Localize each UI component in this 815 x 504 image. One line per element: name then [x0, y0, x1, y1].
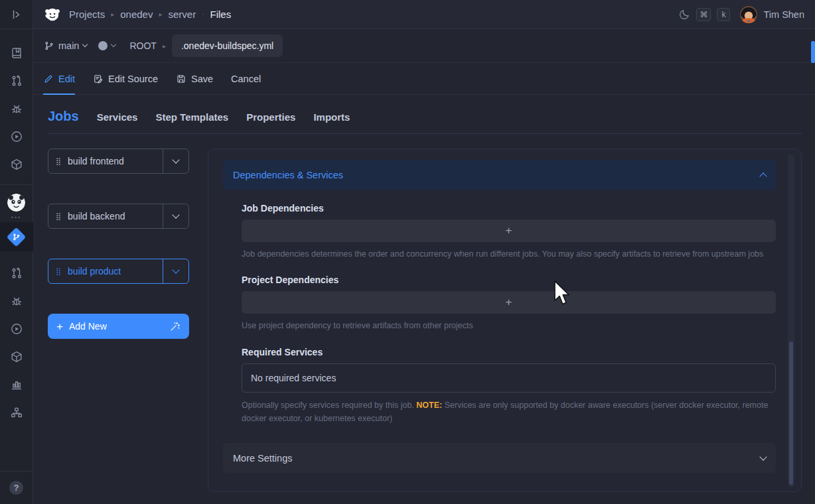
edit-source-icon: [93, 74, 104, 84]
breadcrumb-separator-icon: ▸: [159, 11, 162, 18]
play-circle-icon[interactable]: [9, 129, 24, 144]
hierarchy-icon[interactable]: [9, 405, 24, 420]
project-avatar[interactable]: [7, 194, 25, 212]
required-services-label: Required Services: [242, 347, 776, 357]
chevron-down-icon: [172, 211, 179, 218]
chevron-down-icon: [111, 42, 116, 47]
pull-request-icon[interactable]: [9, 74, 24, 88]
chevron-up-icon[interactable]: [759, 172, 767, 180]
job-dropdown-button[interactable]: [163, 149, 188, 173]
drag-handle-icon[interactable]: ⣿: [56, 212, 61, 221]
edge-scroll-indicator: [811, 41, 815, 63]
job-item-build-backend[interactable]: ⣿ build backend: [48, 204, 189, 229]
editor-action-bar: Edit Edit Source Save Cancel: [33, 63, 815, 95]
user-avatar[interactable]: [740, 6, 757, 23]
package-icon[interactable]: [9, 157, 24, 172]
stats-chart-icon[interactable]: [9, 377, 24, 392]
project-builds-icon[interactable]: [9, 322, 24, 336]
dependencies-services-section-header[interactable]: Dependencies & Services: [223, 160, 776, 190]
help-glyph: ?: [14, 483, 19, 493]
edit-source-tab[interactable]: Edit Source: [93, 63, 158, 94]
shortcut-cmd-key[interactable]: ⌘: [696, 8, 711, 21]
job-dependencies-label: Job Dependencies: [242, 203, 776, 214]
code-branch-icon: [7, 227, 27, 247]
save-icon: [176, 74, 186, 84]
job-dependencies-help: Job dependencies determines the order an…: [242, 247, 776, 261]
path-arrow-icon: ▸: [163, 42, 166, 50]
job-item-build-product[interactable]: ⣿ build product: [48, 259, 189, 284]
breadcrumb-separator-icon: ▸: [111, 11, 114, 18]
root-path-link[interactable]: ROOT: [129, 40, 156, 51]
docs-book-icon[interactable]: [9, 46, 24, 60]
job-dropdown-button[interactable]: [163, 259, 188, 283]
drag-handle-icon[interactable]: ⣿: [56, 267, 61, 276]
breadcrumb: Projects ▸ onedev ▸ server · Files: [69, 9, 231, 20]
chevron-down-icon[interactable]: [759, 453, 767, 460]
expand-sidebar-icon[interactable]: [9, 7, 24, 22]
required-services-help: Optionally specify services required by …: [242, 399, 776, 426]
cancel-button-label: Cancel: [231, 74, 261, 84]
required-services-input[interactable]: No required services: [242, 363, 776, 393]
file-name-input[interactable]: .onedev-buildspec.yml: [172, 34, 283, 57]
cancel-button[interactable]: Cancel: [231, 63, 261, 94]
save-button[interactable]: Save: [176, 63, 213, 94]
add-job-dependency-button[interactable]: +: [242, 220, 776, 242]
shortcut-k-key[interactable]: k: [717, 8, 730, 21]
tab-jobs[interactable]: Jobs: [48, 109, 79, 124]
nav-item-code-active[interactable]: [0, 222, 33, 251]
project-bug-icon[interactable]: [9, 294, 24, 308]
job-dropdown-button[interactable]: [163, 204, 188, 228]
note-label: NOTE:: [416, 401, 442, 410]
user-name[interactable]: Tim Shen: [763, 9, 804, 20]
drag-handle-icon[interactable]: ⣿: [56, 157, 61, 166]
breadcrumb-projects[interactable]: Projects: [69, 9, 105, 20]
tab-properties[interactable]: Properties: [246, 111, 295, 123]
help-icon[interactable]: ?: [9, 481, 23, 495]
job-name: build backend: [68, 211, 125, 221]
more-settings-section-header[interactable]: More Settings: [223, 443, 776, 473]
top-header-bar: Projects ▸ onedev ▸ server · Files ⌘ k T…: [33, 0, 815, 29]
overflow-dots-icon[interactable]: •••: [11, 214, 21, 221]
pencil-icon: [43, 74, 54, 84]
branch-selector[interactable]: main: [44, 40, 87, 51]
add-project-dependency-button[interactable]: +: [242, 291, 776, 314]
bug-icon[interactable]: [9, 101, 24, 116]
chevron-down-icon: [82, 42, 88, 47]
job-dependencies-field: Job Dependencies + Job dependencies dete…: [242, 203, 776, 261]
job-name: build frontend: [68, 156, 124, 166]
project-packages-icon[interactable]: [9, 349, 24, 364]
buildspec-tabs: Jobs Services Step Templates Properties …: [48, 95, 802, 134]
job-settings-card: Dependencies & Services Job Dependencies…: [208, 149, 802, 492]
magic-wand-icon[interactable]: [169, 321, 181, 332]
tab-imports[interactable]: Imports: [313, 111, 350, 123]
project-dependencies-label: Project Dependencies: [242, 275, 776, 285]
job-list: ⣿ build frontend ⣿ build backend ⣿ build…: [48, 149, 189, 492]
card-scrollbar-thumb[interactable]: [789, 342, 793, 485]
state-dot-icon: [98, 41, 108, 50]
card-scrollbar-track[interactable]: [788, 155, 794, 487]
more-settings-label: More Settings: [233, 453, 292, 464]
add-new-job-button[interactable]: + Add New: [48, 314, 189, 339]
job-item-build-frontend[interactable]: ⣿ build frontend: [48, 149, 189, 174]
required-services-value: No required services: [251, 373, 336, 383]
commit-state-selector[interactable]: [98, 41, 115, 50]
dark-mode-moon-icon[interactable]: [678, 9, 690, 21]
project-dependencies-field: Project Dependencies + Use project depen…: [242, 275, 776, 332]
breadcrumb-dot-icon: ·: [202, 11, 204, 18]
chevron-down-icon: [172, 266, 179, 273]
edit-tab[interactable]: Edit: [43, 63, 75, 94]
project-pull-request-icon[interactable]: [9, 266, 24, 281]
tab-step-templates[interactable]: Step Templates: [155, 111, 228, 123]
branch-name: main: [58, 40, 79, 51]
job-name: build product: [68, 266, 121, 277]
branch-icon: [44, 40, 54, 51]
edit-source-tab-label: Edit Source: [108, 74, 158, 84]
tab-services[interactable]: Services: [97, 111, 138, 123]
left-nav-rail: ••• ?: [0, 0, 33, 504]
plus-icon: +: [506, 224, 512, 237]
required-services-field: Required Services No required services O…: [242, 347, 776, 426]
onedev-logo-icon[interactable]: [44, 6, 61, 23]
breadcrumb-project[interactable]: onedev: [120, 9, 153, 20]
edit-tab-label: Edit: [58, 74, 75, 84]
breadcrumb-repo[interactable]: server: [168, 9, 196, 20]
